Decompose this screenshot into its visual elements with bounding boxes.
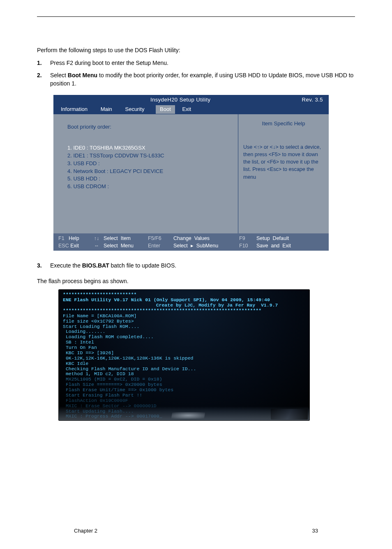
- flash-line: FlashAction 0x19C0000F: [63, 398, 305, 404]
- bios-tab-exit: Exit: [180, 105, 197, 114]
- bios-boot-item-5: 5. USB HDD :: [67, 175, 231, 183]
- bios-right-pane: Item Specific Help Use <↑> or <↓> to sel…: [238, 114, 329, 233]
- footer-chapter: Chapter 2: [74, 528, 97, 534]
- step-2-text: Select Boot Menu to modify the boot prio…: [50, 71, 355, 88]
- flash-line: Loading flash ROM completed....: [63, 334, 305, 340]
- bios-leftright-icon: ↔: [90, 242, 104, 249]
- flash-lines: File Name = [KBCA100A.ROM]file size <0x1…: [63, 314, 305, 420]
- bios-enter-key: Enter: [148, 242, 173, 249]
- bios-select-submenu-label: Select ▸ SubMenu: [173, 242, 239, 249]
- step-3-text: Execute the BIOS.BAT batch file to updat…: [50, 261, 355, 270]
- flash-line: KBC Idle: [63, 361, 305, 367]
- flash-line: SB : Intel: [63, 340, 305, 345]
- bios-boot-item-6: 6. USB CDROM :: [67, 183, 231, 191]
- bios-boot-item-4: 4. Network Boot : LEGACY PCI DEVICE: [67, 168, 231, 175]
- flash-screenshot: ************************** ENE Flash Uti…: [58, 289, 310, 421]
- flash-line: KBC ID ==> [3926]: [63, 351, 305, 356]
- bios-boot-item-2: 2. IDE1 : TSSTcorp CDDVDW TS-L633C: [67, 152, 231, 160]
- steps-bottom: 3. Execute the BIOS.BAT batch file to up…: [37, 261, 355, 270]
- flash-line: File Name = [KBCA100A.ROM]: [63, 314, 305, 319]
- bios-tab-main: Main: [99, 105, 118, 114]
- bios-title: InsydeH20 Setup Utility: [150, 96, 211, 104]
- bios-left-pane: Boot priority order: 1. IDE0 : TOSHIBA M…: [53, 114, 238, 233]
- bios-select-item-label: Select Item: [104, 235, 148, 242]
- bios-footer: F1 Help ↑↓ Select Item F5/F6 Change Valu…: [53, 233, 329, 251]
- step-1: 1. Press F2 during boot to enter the Set…: [37, 59, 355, 67]
- bios-f10-key: F10: [239, 242, 256, 249]
- bios-help-title: Item Specific Help: [243, 120, 324, 128]
- bios-f1-label: Help: [69, 235, 79, 241]
- step-3: 3. Execute the BIOS.BAT batch file to up…: [37, 261, 355, 270]
- bios-boot-item-1: 1. IDE0 : TOSHIBA MK3265GSX: [67, 144, 231, 152]
- bios-screenshot: InsydeH20 Setup Utility Rev. 3.5 Informa…: [53, 95, 329, 251]
- steps-top: 1. Press F2 during boot to enter the Set…: [37, 59, 355, 88]
- bios-save-exit-label: Save and Exit: [256, 242, 291, 249]
- bios-boot-item-3: 3. USB FDD :: [67, 160, 231, 168]
- step-3-num: 3.: [37, 261, 50, 270]
- bios-f5f6-key: F5/F6: [148, 235, 173, 242]
- bios-change-values-label: Change Values: [173, 235, 239, 242]
- flash-line: file size <0x1C792 Bytes>: [63, 319, 305, 324]
- flash-stars-bottom: ****************************************…: [63, 308, 305, 314]
- bios-f1-key: F1: [58, 235, 65, 241]
- bios-tab-security: Security: [123, 105, 150, 114]
- flash-header-2: Create by LJC, Modify by Ja Fer Ray V1.9…: [63, 303, 305, 308]
- bios-tabs: Information Main Security Boot Exit: [53, 105, 329, 114]
- intro-text: Perform the following steps to use the D…: [37, 46, 355, 55]
- bios-exit-label: Exit: [70, 243, 79, 249]
- bios-esc-key: ESC: [58, 243, 69, 249]
- flash-intro: The flash process begins as shown.: [37, 277, 355, 286]
- bios-select-menu-label: Select Menu: [104, 242, 148, 249]
- bios-help-body: Use <↑> or <↓> to select a device, then …: [243, 143, 324, 181]
- flash-line: Turn On Fan: [63, 345, 305, 351]
- flash-line: Start Erasing Flash Part !!: [63, 393, 305, 398]
- page-top-rule: [37, 16, 355, 17]
- bios-f9-key: F9: [239, 235, 256, 242]
- bios-setup-default-label: Setup Default: [256, 235, 289, 242]
- bios-tab-boot: Boot: [156, 105, 175, 114]
- footer-page-number: 33: [312, 528, 318, 534]
- flash-line: 0K-12K,12K-16K,120K-128K,128K-136K is sk…: [63, 356, 305, 361]
- page-footer: Chapter 2 33: [74, 528, 318, 534]
- bios-tab-information: Information: [59, 105, 93, 114]
- bios-rev: Rev. 3.5: [302, 96, 323, 104]
- bios-title-bar: InsydeH20 Setup Utility Rev. 3.5: [53, 95, 329, 105]
- step-2-num: 2.: [37, 71, 50, 88]
- flash-line: Flash Erase Unit/Time ==> 0x1000 bytes: [63, 388, 305, 393]
- bios-updown-icon: ↑↓: [90, 235, 104, 242]
- step-1-text: Press F2 during boot to enter the Setup …: [50, 59, 355, 67]
- step-1-num: 1.: [37, 59, 50, 67]
- bios-boot-heading: Boot priority order:: [67, 123, 231, 131]
- step-2: 2. Select Boot Menu to modify the boot p…: [37, 71, 355, 88]
- flash-reflection: [59, 406, 309, 420]
- bios-body: Boot priority order: 1. IDE0 : TOSHIBA M…: [53, 114, 329, 233]
